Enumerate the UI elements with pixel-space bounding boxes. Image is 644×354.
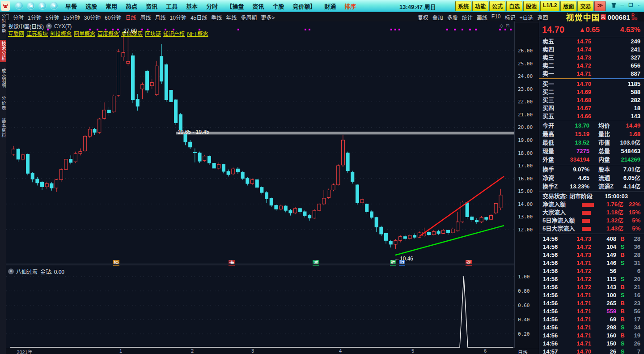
menu-item-10[interactable]: 个股: [272, 2, 284, 10]
back-icon[interactable]: ◀: [27, 2, 35, 10]
quick-button-3[interactable]: 自选: [506, 1, 522, 11]
bid-row-1[interactable]: 买二14.69588: [539, 88, 644, 96]
menu-item-3[interactable]: 热点: [126, 2, 137, 10]
period-tab-日线[interactable]: 日线: [125, 13, 136, 21]
menu-item-13[interactable]: 排序: [344, 2, 356, 10]
trade-price: 14.71: [568, 316, 591, 324]
menu-item-8[interactable]: 【操盘: [226, 2, 244, 10]
tool-button-5[interactable]: F10: [491, 13, 501, 21]
concept-tag-6[interactable]: 区块链: [145, 31, 161, 37]
chart-corner-icons[interactable]: ◇⊡: [500, 23, 512, 29]
home-icon[interactable]: ⌂: [15, 2, 23, 10]
period-tab-分时[interactable]: 分时: [13, 13, 24, 21]
rail-tab-4[interactable]: 基本资料: [0, 117, 6, 139]
period-tab-5分钟[interactable]: 5分钟: [46, 13, 59, 21]
restore-icon[interactable]: ❐: [628, 2, 634, 8]
concept-tag-4[interactable]: 百度概念: [97, 31, 119, 37]
tool-button-1[interactable]: 叠加: [432, 13, 443, 21]
minimize-icon[interactable]: ─: [619, 2, 625, 8]
bid-row-0[interactable]: 买一14.701185: [539, 80, 644, 88]
period-tab-60分钟[interactable]: 60分钟: [105, 13, 121, 21]
period-tab-30分钟[interactable]: 30分钟: [84, 13, 101, 21]
concept-tag-2[interactable]: 创投概念: [50, 31, 72, 37]
trade-price: 14.72: [568, 283, 591, 291]
section-divider: [539, 121, 644, 121]
menu-item-1[interactable]: 选股: [85, 2, 97, 10]
period-tab-15分钟[interactable]: 15分钟: [63, 13, 80, 21]
quick-button-1[interactable]: 功能: [472, 1, 488, 11]
concept-tag-8[interactable]: NFT概念: [187, 31, 208, 37]
period-toolbar: 分时1分钟5分钟15分钟30分钟60分钟日线周线月线10分钟45日线季线年线多周…: [0, 12, 638, 22]
ask-row-4[interactable]: 卖一14.71887: [539, 70, 644, 78]
ask-row-0[interactable]: 卖五14.75249: [539, 38, 644, 46]
menu-item-7[interactable]: 分时: [206, 2, 218, 10]
menu-item-12[interactable]: 财通: [324, 2, 336, 10]
quick-button-2[interactable]: 公式: [489, 1, 505, 11]
period-tab-更多>[interactable]: 更多>: [261, 13, 275, 21]
bid-row-4[interactable]: 买五14.66143: [539, 112, 644, 120]
concept-tag-3[interactable]: 阿里概念: [74, 31, 95, 37]
period-tab-季线[interactable]: 季线: [211, 13, 222, 21]
rail-tab-3[interactable]: 分价表: [0, 94, 6, 112]
forward-icon[interactable]: ▶: [38, 2, 47, 10]
menu-item-0[interactable]: 早餐: [65, 2, 77, 10]
signal-dot: [510, 29, 512, 30]
ask-row-3[interactable]: 卖二14.72656: [539, 62, 644, 70]
quick-button-4[interactable]: 股池: [523, 1, 539, 11]
period-tab-年线[interactable]: 年线: [226, 13, 237, 21]
indicator-chart[interactable]: [6, 265, 514, 348]
ask-row-2[interactable]: 卖三14.73327: [539, 54, 644, 62]
menu-item-4[interactable]: 资讯: [146, 2, 157, 10]
candle-body: [41, 182, 44, 187]
menu-item-5[interactable]: 工具: [166, 2, 178, 10]
skin-icon[interactable]: [611, 2, 617, 8]
rail-tab-2[interactable]: 成交明细: [0, 67, 6, 90]
concept-tag-0[interactable]: 互联网: [8, 31, 24, 37]
chevron-down-icon[interactable]: ▾: [8, 269, 14, 274]
tool-button-2[interactable]: 多股: [447, 13, 458, 21]
app-logo-bull-icon[interactable]: [1, 1, 10, 11]
flow-row-0: 净流入额1.76亿22%: [539, 200, 644, 209]
bid-row-2[interactable]: 买三14.68282: [539, 96, 644, 104]
quick-button-0[interactable]: 系统: [455, 1, 471, 11]
ask-row-1[interactable]: 卖四14.74241: [539, 46, 644, 54]
candlestick-chart[interactable]: [6, 21, 514, 264]
tool-button-7[interactable]: +自选: [520, 13, 534, 21]
candle-body: [84, 136, 87, 151]
trade-row-0: 14:5614.73408B28: [539, 235, 644, 243]
menu-item-6[interactable]: 基本: [186, 2, 198, 10]
topmost-icon[interactable]: ⌐: [636, 2, 642, 8]
quick-button-7[interactable]: 交易: [577, 1, 593, 11]
tool-button-3[interactable]: 统计: [462, 13, 473, 21]
period-tab-周线[interactable]: 周线: [140, 13, 151, 21]
tool-button-0[interactable]: 复权: [418, 13, 428, 21]
flow-bar: [582, 219, 590, 223]
period-tab-月线[interactable]: 月线: [155, 13, 166, 21]
period-tab-1分钟[interactable]: 1分钟: [28, 13, 42, 21]
menu-item-11[interactable]: 竞价额】: [292, 2, 316, 10]
concept-tag-1[interactable]: 江苏板块: [26, 31, 48, 37]
rail-tab-1[interactable]: 技术分析: [0, 40, 6, 62]
period-tab-45日线[interactable]: 45日线: [191, 13, 207, 21]
panel-splitter[interactable]: [6, 264, 514, 265]
tool-button-6[interactable]: 标记: [505, 13, 516, 21]
rail-tab-0[interactable]: 分时走势: [0, 13, 6, 35]
window-controls: ─❐⌐: [611, 2, 642, 8]
trade-row-10: 14:5614.7169B17: [539, 316, 644, 324]
candle-body: [403, 237, 407, 239]
quick-button-5[interactable]: L1/L2: [540, 1, 559, 11]
flow-pct: 5%: [625, 225, 640, 233]
quick-button-6[interactable]: 版面: [560, 1, 576, 11]
period-tab-多周期[interactable]: 多周期: [241, 13, 257, 21]
bid-row-3[interactable]: 买四14.6718: [539, 104, 644, 112]
period-tab-10分钟[interactable]: 10分钟: [170, 13, 186, 21]
menu-item-2[interactable]: 常用: [106, 2, 117, 10]
bid-price: 14.69: [564, 88, 591, 96]
concept-tag-7[interactable]: 知识产权: [163, 31, 185, 37]
more-quick-buttons[interactable]: ≫: [594, 1, 606, 11]
chevron-down-icon[interactable]: ▾: [46, 23, 52, 29]
trade-row-5: 14:5614.72115S20: [539, 275, 644, 283]
menu-item-9[interactable]: 资讯: [252, 2, 264, 10]
tool-button-4[interactable]: 画线: [477, 13, 487, 21]
expand-icon[interactable]: ▼: [50, 2, 58, 10]
